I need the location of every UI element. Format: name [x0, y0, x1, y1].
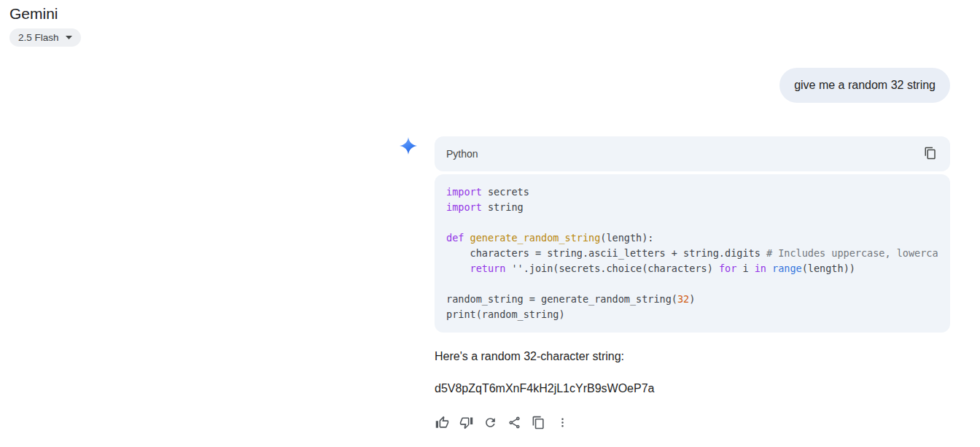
app-title: Gemini	[9, 5, 81, 23]
copy-icon	[532, 416, 545, 429]
assistant-response: Python import secretsimport stringdef ge…	[435, 136, 950, 429]
code-block-header: Python	[435, 136, 950, 171]
share-icon	[508, 416, 521, 429]
assistant-intro-text: Here's a random 32-character string:	[435, 349, 950, 363]
thumbs-down-icon	[459, 416, 473, 429]
response-actions	[435, 415, 950, 429]
more-options-button[interactable]	[555, 415, 569, 429]
refresh-icon	[483, 416, 497, 429]
model-selector[interactable]: 2.5 Flash	[9, 28, 81, 47]
gemini-app: Gemini 2.5 Flash give me a random 32 str…	[0, 0, 980, 447]
random-string-text: d5V8pZqT6mXnF4kH2jL1cYrB9sWOeP7a	[435, 381, 950, 395]
copy-icon	[924, 147, 937, 162]
more-vert-icon	[556, 416, 569, 429]
copy-response-button[interactable]	[531, 415, 545, 429]
code-content: import secretsimport stringdef generate_…	[435, 174, 950, 333]
thumbs-down-button[interactable]	[459, 415, 473, 429]
code-language-label: Python	[446, 148, 478, 160]
chevron-down-icon	[66, 36, 72, 39]
gemini-sparkle-icon	[400, 137, 417, 155]
app-header: Gemini 2.5 Flash	[9, 5, 81, 47]
user-message-bubble: give me a random 32 string	[779, 68, 950, 103]
regenerate-button[interactable]	[483, 415, 497, 429]
copy-code-button[interactable]	[921, 144, 940, 165]
thumbs-up-icon	[435, 416, 449, 429]
code-block: Python import secretsimport stringdef ge…	[435, 136, 950, 333]
thumbs-up-button[interactable]	[435, 415, 449, 429]
share-button[interactable]	[507, 415, 521, 429]
model-selector-label: 2.5 Flash	[18, 32, 59, 43]
